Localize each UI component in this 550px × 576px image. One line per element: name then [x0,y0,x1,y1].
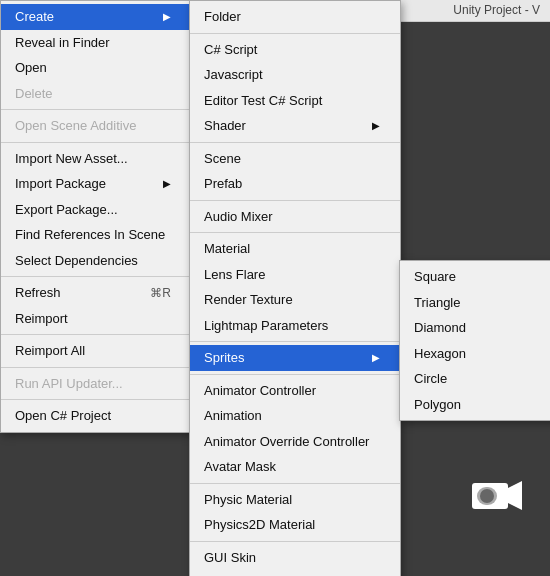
sprites-dropdown: Square Triangle Diamond Hexagon Circle P… [399,260,550,421]
menu-item-find-references[interactable]: Find References In Scene [1,222,191,248]
create-folder[interactable]: Folder [190,4,400,30]
menu-item-delete: Delete [1,81,191,107]
arrow-icon-shader: ▶ [372,118,380,133]
menu-item-open[interactable]: Open [1,55,191,81]
menu-item-reimport-all[interactable]: Reimport All [1,338,191,364]
camera-icon [470,473,525,518]
create-dropdown: Folder C# Script Javascript Editor Test … [189,0,401,576]
create-csharp-script[interactable]: C# Script [190,37,400,63]
sprite-triangle[interactable]: Triangle [400,290,550,316]
separator-6 [1,399,191,400]
create-animation[interactable]: Animation [190,403,400,429]
arrow-icon-import: ▶ [163,176,171,191]
menu-item-run-api-updater: Run API Updater... [1,371,191,397]
menu-item-import-new[interactable]: Import New Asset... [1,146,191,172]
create-physic-material[interactable]: Physic Material [190,487,400,513]
menu-item-reimport[interactable]: Reimport [1,306,191,332]
arrow-icon-sprites: ▶ [372,350,380,365]
create-sep-2 [190,142,400,143]
create-sep-4 [190,232,400,233]
create-sep-1 [190,33,400,34]
create-custom-font[interactable]: Custom Font [190,570,400,576]
create-animator-override[interactable]: Animator Override Controller [190,429,400,455]
create-sprites[interactable]: Sprites ▶ [190,345,400,371]
assets-dropdown: Create ▶ Reveal in Finder Open Delete Op… [0,0,192,433]
sprite-circle[interactable]: Circle [400,366,550,392]
create-sep-8 [190,541,400,542]
arrow-icon: ▶ [163,9,171,24]
menu-item-refresh[interactable]: Refresh ⌘R [1,280,191,306]
create-avatar-mask[interactable]: Avatar Mask [190,454,400,480]
unity-project-label: Unity Project - V [453,3,540,17]
menu-item-select-dependencies[interactable]: Select Dependencies [1,248,191,274]
create-lightmap-params[interactable]: Lightmap Parameters [190,313,400,339]
create-scene[interactable]: Scene [190,146,400,172]
sprite-diamond[interactable]: Diamond [400,315,550,341]
create-audio-mixer[interactable]: Audio Mixer [190,204,400,230]
svg-marker-1 [508,481,522,510]
sprite-square[interactable]: Square [400,264,550,290]
menu-item-reveal[interactable]: Reveal in Finder [1,30,191,56]
create-shader[interactable]: Shader ▶ [190,113,400,139]
camera-icon-area [470,473,525,521]
separator-2 [1,142,191,143]
create-physics2d-material[interactable]: Physics2D Material [190,512,400,538]
create-gui-skin[interactable]: GUI Skin [190,545,400,571]
sprite-hexagon[interactable]: Hexagon [400,341,550,367]
menu-item-open-scene-additive: Open Scene Additive [1,113,191,139]
svg-point-3 [480,489,494,503]
menu-item-open-csharp[interactable]: Open C# Project [1,403,191,429]
create-prefab[interactable]: Prefab [190,171,400,197]
create-sep-3 [190,200,400,201]
create-editor-test[interactable]: Editor Test C# Script [190,88,400,114]
menu-item-export-package[interactable]: Export Package... [1,197,191,223]
separator-1 [1,109,191,110]
create-lens-flare[interactable]: Lens Flare [190,262,400,288]
create-animator-controller[interactable]: Animator Controller [190,378,400,404]
separator-4 [1,334,191,335]
separator-3 [1,276,191,277]
create-sep-7 [190,483,400,484]
create-render-texture[interactable]: Render Texture [190,287,400,313]
separator-5 [1,367,191,368]
sprite-polygon[interactable]: Polygon [400,392,550,418]
create-sep-6 [190,374,400,375]
create-sep-5 [190,341,400,342]
menu-item-import-package[interactable]: Import Package ▶ [1,171,191,197]
menu-item-create[interactable]: Create ▶ [1,4,191,30]
create-javascript[interactable]: Javascript [190,62,400,88]
create-material[interactable]: Material [190,236,400,262]
